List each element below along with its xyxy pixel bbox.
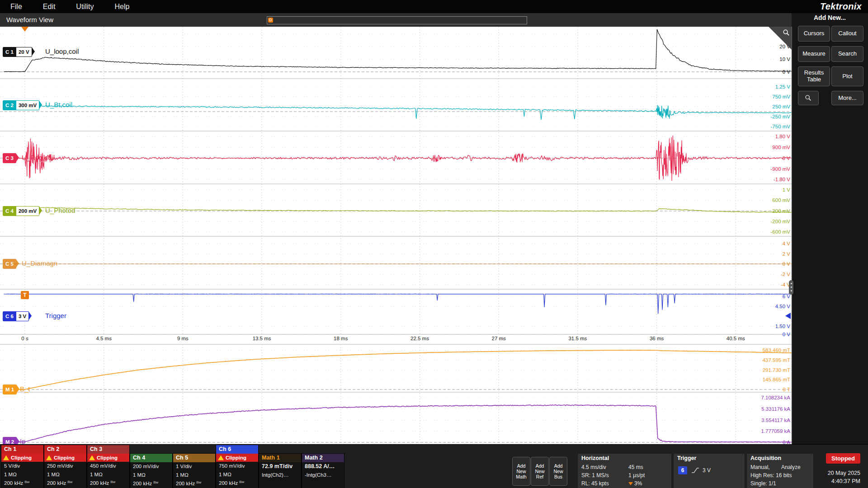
channel-label-m1[interactable]: B_t [20, 385, 30, 394]
horizontal-panel[interactable]: Horizontal4.5 ms/div45 msSR: 1 MS/s1 µs/… [577, 453, 672, 488]
bottom-badge-ch-1[interactable]: Ch 1Clipping5 V/div1 MΩ200 kHzBw [1, 445, 44, 488]
axis-label-m1: 583.460 mT [763, 347, 790, 354]
badge-setting: 1 MΩ [173, 471, 215, 479]
sidebar-zoom-button[interactable] [798, 91, 819, 105]
time-axis-label: 0 s [21, 336, 28, 341]
axis-label-c3: 1.80 V [775, 133, 790, 140]
sidebar-button-callout[interactable]: Callout [831, 26, 863, 42]
axis-label-c5: -2 V [781, 271, 790, 278]
time-axis-label: 27 ms [492, 336, 506, 341]
badge-setting: 200 mV/div [130, 462, 172, 471]
badge-settings: 5 V/div1 MΩ200 kHzBw [1, 462, 43, 488]
axis-label-m2: 7.108234 kA [761, 394, 790, 401]
badge-setting: 450 mV/div [87, 462, 129, 470]
channel-badge-c6[interactable]: C 63 V [3, 311, 29, 321]
horizontal-value-left: 4.5 ms/div [581, 464, 606, 470]
bottom-badge-ch-5[interactable]: Ch 51 V/div1 MΩ200 kHzBw [173, 453, 216, 488]
add-new-word: Add [517, 463, 526, 469]
badge-title: Ch 3 [87, 445, 129, 454]
menu-help[interactable]: Help [104, 0, 140, 13]
sidebar-button-results-table[interactable]: Results Table [798, 66, 830, 86]
add-new-ref-button[interactable]: AddNewRef [531, 457, 549, 486]
channel-label-c4[interactable]: U_Photod [45, 206, 75, 215]
sidebar-button-search[interactable]: Search [831, 46, 863, 62]
bottom-badge-math-1[interactable]: Math 172.9 mT/divIntg(Ch2)… [259, 453, 302, 488]
sidebar-button-more[interactable]: More... [831, 91, 863, 105]
channel-badge-m1[interactable]: M 1 [3, 385, 17, 394]
clipping-label: Clipping [54, 455, 75, 460]
badge-setting: 5 V/div [1, 462, 43, 470]
warning-icon [218, 455, 224, 460]
time-axis-label: 18 ms [334, 336, 348, 341]
bandwidth-limit-icon: Bw [239, 480, 244, 484]
channel-scale: 20 V [16, 47, 32, 56]
waveform-plot-area[interactable] [0, 27, 792, 444]
badge-settings: 750 mV/div1 MΩ200 kHzBw [216, 462, 258, 488]
bottom-badge-ch-6[interactable]: Ch 6Clipping750 mV/div1 MΩ200 kHzBw [216, 445, 259, 488]
channel-id: C 2 [3, 101, 16, 110]
badge-setting: -Intg(Ch3… [302, 471, 344, 479]
zoom-overview-icon[interactable] [268, 18, 273, 23]
bandwidth-limit-icon: Bw [67, 480, 72, 484]
channel-label-c1[interactable]: U_loop,coil [45, 47, 79, 56]
acquisition-panel[interactable]: AcquisitionManual,AnalyzeHigh Res: 16 bi… [746, 453, 814, 488]
channel-label-c5[interactable]: U_Diamagn [22, 259, 57, 268]
trigger-level-marker[interactable] [785, 313, 791, 319]
channel-label-c6[interactable]: Trigger [45, 311, 66, 320]
time-axis-label: 9 ms [177, 336, 189, 341]
time-axis-label: 22.5 ms [410, 336, 429, 341]
bottom-badge-ch-4[interactable]: Ch 4200 mV/div1 MΩ200 kHzBw [130, 453, 173, 488]
axis-label-m2: 1.777059 kA [761, 427, 790, 435]
bottom-badge-math-2[interactable]: Math 2888.52 A/…-Intg(Ch3… [302, 453, 344, 488]
badge-settings: 250 mV/div1 MΩ200 kHzBw [44, 462, 86, 488]
trigger-panel[interactable]: Trigger63 V [673, 453, 745, 488]
badge-title: Ch 4 [130, 454, 172, 462]
sidebar-button-plot[interactable]: Plot [831, 66, 863, 86]
menu-edit[interactable]: Edit [33, 0, 66, 13]
add-new-bus-button[interactable]: AddNewBus [549, 457, 567, 486]
horizontal-value-right: 3% [628, 480, 642, 487]
badge-title: Ch 2 [44, 445, 86, 454]
channel-id: M 1 [3, 385, 16, 394]
horizontal-pan-zoom-bar[interactable] [267, 16, 527, 24]
badge-pointer-icon [28, 311, 32, 320]
bottom-badge-ch-2[interactable]: Ch 2Clipping250 mV/div1 MΩ200 kHzBw [44, 445, 87, 488]
time-axis-label: 4.5 ms [96, 336, 112, 341]
axis-label-c3: -1.80 V [774, 176, 790, 183]
add-new-word: New [516, 469, 526, 474]
channel-label-c2[interactable]: U_Bt,coil [45, 100, 72, 109]
status-time: 4:40:37 PM [831, 478, 860, 484]
channel-badge-c3[interactable]: C 3 [3, 153, 16, 163]
warning-icon [3, 455, 9, 460]
sidebar-button-cursors[interactable]: Cursors [798, 26, 830, 42]
channel-badge-c4[interactable]: C 4200 mV [3, 206, 39, 216]
status-date: 20 May 2025 [828, 470, 860, 476]
sidebar-button-measure[interactable]: Measure [798, 46, 830, 62]
clipping-warning: Clipping [1, 454, 43, 462]
time-axis-label: 40.5 ms [726, 336, 745, 341]
axis-label-c2: -250 mV [771, 113, 790, 120]
bandwidth-limit-icon: Bw [110, 480, 115, 484]
panel-drag-handle[interactable] [789, 280, 793, 295]
sidebar-title: Add New... [792, 14, 868, 21]
badge-title: Ch 5 [173, 454, 215, 462]
trigger-source-badge[interactable]: T [21, 291, 29, 299]
axis-label-c3: 0 V [783, 155, 790, 162]
trigger-position-marker[interactable] [21, 27, 28, 32]
badge-setting: 1 MΩ [87, 470, 129, 479]
channel-badge-c5[interactable]: C 5 [3, 259, 16, 269]
channel-badge-c2[interactable]: C 2300 mV [3, 100, 39, 110]
horizontal-value-right: 1 µs/pt [628, 472, 645, 479]
bottom-badge-ch-3[interactable]: Ch 3Clipping450 mV/div1 MΩ200 kHzBw [87, 445, 130, 488]
badge-setting: 200 kHzBw [130, 479, 172, 488]
trigger-source-channel: 6 [678, 466, 687, 474]
channel-label-c3[interactable]: U_Rog,coil [22, 153, 55, 162]
bandwidth-limit-icon: Bw [24, 480, 29, 484]
add-new-math-button[interactable]: AddNewMath [512, 457, 530, 486]
channel-badge-c1[interactable]: C 120 V [3, 47, 32, 57]
horizontal-value-left: RL: 45 kpts [581, 480, 609, 487]
time-axis-label: 13.5 ms [253, 336, 271, 341]
menu-file[interactable]: File [0, 0, 33, 13]
axis-label-c5: 4 V [783, 240, 790, 247]
menu-utility[interactable]: Utility [66, 0, 104, 13]
